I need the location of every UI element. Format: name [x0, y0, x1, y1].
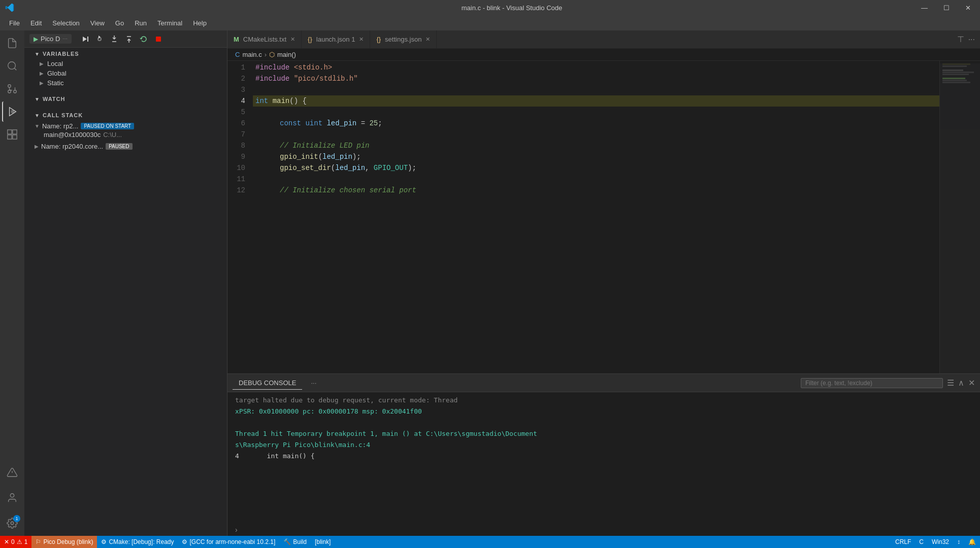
close-button[interactable]: ✕ [961, 3, 975, 13]
ln-8: 8 [227, 140, 245, 151]
status-gcc[interactable]: ⚙ [GCC for arm-none-eabi 10.2.1] [178, 536, 279, 548]
callstack-section[interactable]: ▼ CALL STACK [24, 109, 227, 120]
menu-go[interactable]: Go [111, 18, 128, 28]
menu-file[interactable]: File [5, 18, 24, 28]
status-platform[interactable]: Win32 [928, 536, 953, 548]
step-into-button[interactable] [108, 32, 121, 46]
console-line-1: xPSR: 0x01000000 pc: 0x00000178 msp: 0x2… [235, 406, 972, 417]
settings-tab-close[interactable]: ✕ [426, 36, 430, 43]
titlebar: main.c - blink - Visual Studio Code — ☐ … [0, 0, 980, 15]
svg-point-4 [8, 90, 11, 93]
panel-more-label: ··· [311, 379, 316, 387]
restart-button[interactable] [137, 32, 150, 46]
breadcrumb-sep: › [265, 51, 267, 58]
code-line-5 [253, 107, 939, 118]
status-cmake[interactable]: ⚙ CMake: [Debug]: Ready [97, 536, 178, 548]
cmake-tab-close[interactable]: ✕ [290, 36, 295, 43]
activity-run-debug[interactable] [2, 101, 22, 122]
console-prompt-icon: › [235, 526, 238, 534]
bottom-panel: DEBUG CONSOLE ··· ☰ ∧ ✕ target halted du… [227, 373, 980, 536]
menu-selection[interactable]: Selection [48, 18, 83, 28]
status-branch[interactable]: [blink] [311, 536, 335, 548]
panel-more[interactable]: ··· [305, 376, 322, 389]
debug-console-filter[interactable] [801, 378, 943, 388]
tab-launch-json[interactable]: {} launch.json 1 ✕ [302, 30, 370, 48]
ln-11: 11 [227, 174, 245, 185]
statusbar: ✕ 0 ⚠ 1 ⚐ Pico Debug (blink) ⚙ CMake: [D… [0, 536, 980, 548]
menu-view[interactable]: View [86, 18, 109, 28]
activity-explorer[interactable] [2, 33, 22, 53]
more-actions-icon[interactable]: ··· [968, 35, 975, 44]
editor-tabs: M CMakeLists.txt ✕ {} launch.json 1 ✕ {}… [227, 30, 980, 49]
menu-run[interactable]: Run [130, 18, 151, 28]
continue-button[interactable] [78, 32, 91, 46]
status-build[interactable]: 🔨 Build [279, 536, 311, 548]
split-editor-icon[interactable]: ⊤ [957, 35, 964, 44]
step-over-button[interactable] [93, 32, 106, 46]
svg-rect-10 [8, 135, 12, 139]
maximize-button[interactable]: ☐ [939, 3, 954, 13]
step-out-button[interactable] [122, 32, 136, 46]
status-sync[interactable]: ↕ [953, 536, 964, 548]
code-editor[interactable]: 1 2 3 4 5 6 7 8 9 10 11 12 ▼ [227, 61, 939, 373]
menu-edit[interactable]: Edit [26, 18, 46, 28]
variables-section[interactable]: ▼ VARIABLES [24, 48, 227, 59]
cs-sub-0: main@0x1000030c [44, 131, 101, 139]
minimap[interactable] [939, 61, 980, 373]
bell-icon: 🔔 [968, 538, 976, 545]
watch-label: WATCH [43, 96, 66, 102]
status-debug[interactable]: ⚐ Pico Debug (blink) [31, 536, 97, 548]
cs-chevron-1: ▶ [35, 144, 39, 149]
tab-settings-json[interactable]: {} settings.json ✕ [370, 30, 437, 48]
watch-section[interactable]: ▼ WATCH [24, 93, 227, 104]
status-errors[interactable]: ✕ 0 ⚠ 1 [0, 536, 31, 548]
console-output: target halted due to debug request, curr… [227, 392, 980, 524]
static-chevron: ▶ [40, 80, 44, 86]
menubar: File Edit Selection View Go Run Terminal… [0, 15, 980, 30]
minimize-button[interactable]: — [917, 3, 932, 13]
status-language[interactable]: C [915, 536, 928, 548]
callstack-item-0[interactable]: ▼ Name: rp2... PAUSED ON START main@0x10… [24, 120, 227, 141]
launch-tab-close[interactable]: ✕ [359, 36, 364, 43]
console-line-5: 4 int main() { [235, 451, 972, 462]
callstack-item-1[interactable]: ▶ Name: rp2040.core... PAUSED [24, 141, 227, 152]
menu-help[interactable]: Help [189, 18, 211, 28]
global-item[interactable]: ▶ Global [24, 68, 227, 78]
error-icon: ✕ [4, 538, 9, 545]
breadcrumb: C main.c › ⬡ main() [227, 49, 980, 61]
code-line-2: #include "pico/stdlib.h" [253, 73, 939, 84]
activity-testing[interactable] [2, 462, 22, 483]
ln-5: 5 [227, 107, 245, 118]
wrap-output-icon[interactable]: ☰ [947, 378, 954, 388]
debug-config[interactable]: ▶ Pico D ⋯ [29, 34, 72, 44]
svg-rect-8 [8, 130, 12, 134]
tab-cmakelists[interactable]: M CMakeLists.txt ✕ [227, 30, 302, 48]
static-item[interactable]: ▶ Static [24, 78, 227, 88]
svg-rect-9 [13, 130, 17, 134]
status-encoding[interactable]: CRLF [891, 536, 915, 548]
code-line-1: ▼ #include <stdio.h> [253, 62, 939, 73]
activity-settings[interactable]: 1 [2, 513, 22, 533]
activity-account[interactable] [2, 488, 22, 508]
svg-point-7 [11, 110, 14, 113]
activity-extensions[interactable] [2, 124, 22, 145]
cs-badge-0: PAUSED ON START [81, 123, 134, 129]
window-controls[interactable]: — ☐ ✕ [917, 3, 975, 13]
status-notifications[interactable]: 🔔 [964, 536, 980, 548]
collapse-panel-icon[interactable]: ∧ [958, 378, 964, 388]
breadcrumb-file[interactable]: main.c [242, 51, 262, 58]
cmake-tab-label: CMakeLists.txt [243, 36, 286, 43]
activity-search[interactable] [2, 56, 22, 76]
cmake-status-label: CMake: [Debug]: Ready [109, 538, 174, 545]
menu-terminal[interactable]: Terminal [153, 18, 186, 28]
breadcrumb-symbol[interactable]: main() [277, 51, 296, 58]
tabs-spacer [437, 30, 952, 48]
activity-source-control[interactable] [2, 79, 22, 99]
local-item[interactable]: ▶ Local [24, 59, 227, 68]
stop-button[interactable] [152, 32, 165, 46]
debug-console-tab[interactable]: DEBUG CONSOLE [233, 376, 302, 390]
minimap-code [942, 63, 977, 83]
close-panel-icon[interactable]: ✕ [968, 378, 975, 388]
debug-status-icon: ⚐ [36, 538, 41, 545]
settings-tab-label: settings.json [385, 36, 421, 43]
